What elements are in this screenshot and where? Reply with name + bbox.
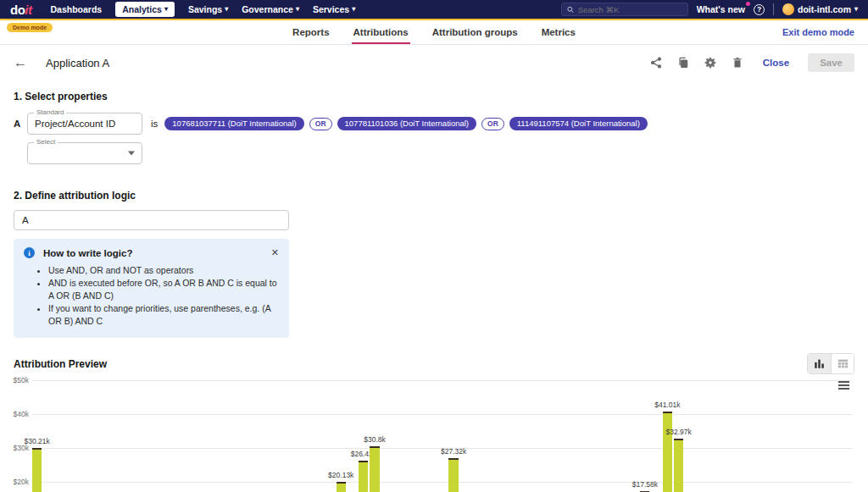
value-chips: 107681037711 (DoiT International) OR 107… (164, 117, 648, 130)
chevron-down-icon: ▾ (296, 6, 299, 13)
bar-slot: $746.62 (843, 379, 852, 492)
close-button[interactable]: Close (763, 58, 789, 68)
row-letter: A (14, 119, 27, 129)
avatar (782, 3, 794, 15)
bar-slot (179, 379, 188, 492)
tab-attribution-groups[interactable]: Attribution groups (432, 20, 518, 44)
tab-reports[interactable]: Reports (292, 20, 329, 44)
bar-slot: $11.34k (730, 379, 739, 492)
chart-view-button[interactable] (808, 354, 831, 373)
bar-slot: $8.91k (291, 379, 300, 492)
bar-slot: $11.04k (764, 379, 773, 492)
value-chip[interactable]: 111491107574 (DoiT International) (509, 117, 648, 130)
bar-slot (561, 379, 570, 492)
bar-slot (66, 379, 75, 492)
bar-slot (606, 379, 615, 492)
bar-slot: $11.06k (573, 379, 582, 492)
bar-slot (787, 379, 796, 492)
trash-icon (732, 57, 743, 69)
attribution-logic-title: 2. Define attribution logic (14, 190, 854, 202)
or-pill[interactable]: OR (481, 118, 504, 130)
whats-new-link[interactable]: What's new (697, 4, 745, 14)
bar-slot (742, 379, 751, 492)
delete-button[interactable] (731, 56, 744, 69)
value-chip[interactable]: 107681037711 (DoiT International) (164, 117, 303, 130)
bar-slot: $9.58k (426, 379, 436, 492)
nav-item-services[interactable]: Services▾ (313, 4, 355, 14)
nav-item-dashboards[interactable]: Dashboards (51, 4, 103, 14)
property-row-a: A Standard Project/Account ID is 1076810… (14, 113, 854, 135)
bar-slot: $10.4k (314, 379, 323, 492)
attribution-preview-chart: $50k$40k$30k$20k$10k $30.21k$7.98k$8.35k… (14, 379, 854, 492)
dimension-field[interactable]: Standard Project/Account ID (27, 113, 142, 135)
select-properties-section: 1. Select properties A Standard Project/… (14, 91, 854, 164)
bar-slot (224, 379, 233, 492)
bar-slot: $32.97k (674, 379, 683, 492)
help-title: How to write logic? (43, 248, 270, 258)
chart-plot: $30.21k$7.98k$8.35k$8.99k$9.14k$7.91k$9.… (32, 379, 853, 492)
bar-slot: $12.14k (482, 379, 492, 492)
notification-dot (746, 2, 750, 6)
bar-slot (88, 379, 97, 492)
logo-do: do (10, 3, 25, 17)
nav-item-analytics[interactable]: Analytics▾ (115, 2, 175, 17)
copy-icon (677, 57, 689, 69)
close-icon[interactable]: ✕ (270, 247, 281, 258)
search-input[interactable] (578, 5, 682, 14)
bar-slot (505, 379, 515, 492)
bar-slot (471, 379, 481, 492)
bar-slot: $8.35k (77, 379, 86, 492)
doit-logo[interactable]: doit (10, 3, 32, 17)
bar-slot (494, 379, 504, 492)
bar-slot: $7.91k (145, 379, 154, 492)
help-icon[interactable]: ? (754, 4, 765, 15)
or-pill[interactable]: OR (309, 118, 332, 130)
attribution-preview-title: Attribution Preview (14, 358, 107, 370)
add-dimension-select[interactable]: Select (27, 142, 142, 164)
bar-slot: $11.11k (798, 379, 807, 492)
bar-slot: $11.94k (516, 379, 526, 492)
analytics-tabbar: Reports Attributions Attribution groups … (0, 20, 868, 45)
bar-slot (415, 379, 425, 492)
chart-y-axis: $50k$40k$30k$20k$10k (14, 379, 31, 492)
bar-slot: $9.83k (719, 379, 728, 492)
help-bullet-list: Use AND, OR and NOT as operators AND is … (48, 264, 281, 328)
tab-attributions[interactable]: Attributions (353, 20, 409, 44)
chart-menu-icon[interactable] (838, 381, 849, 391)
dimension-field-label: Standard (34, 109, 66, 116)
bar (370, 446, 379, 492)
save-button[interactable]: Save (808, 53, 854, 72)
table-view-button[interactable] (831, 354, 854, 373)
bar-slot: $10.94k (392, 379, 402, 492)
bar-slot (527, 379, 537, 492)
bar-slot (809, 379, 818, 492)
nav-item-savings[interactable]: Savings▾ (188, 4, 228, 14)
back-arrow-icon[interactable]: ← (14, 55, 27, 70)
bar-slot: $9.58k (348, 379, 357, 492)
page-title: Application A (46, 57, 109, 69)
bar-slot: $11.51k (685, 379, 694, 492)
logic-input[interactable]: A (14, 210, 289, 230)
gear-icon (704, 57, 716, 69)
bar-slot: $11.29k (460, 379, 470, 492)
bars-container: $30.21k$7.98k$8.35k$8.99k$9.14k$7.91k$9.… (32, 379, 853, 492)
bar (359, 461, 368, 492)
duplicate-button[interactable] (676, 56, 690, 69)
bar-slot: $30.21k (32, 379, 42, 492)
view-toggle (807, 353, 854, 374)
tab-metrics[interactable]: Metrics (542, 20, 576, 44)
nav-item-governance[interactable]: Governance▾ (242, 4, 299, 14)
account-menu[interactable]: doit-intl.com ▾ (782, 3, 858, 15)
bar-slot: $9.6k (776, 379, 785, 492)
table-icon (837, 358, 849, 369)
settings-button[interactable] (704, 56, 717, 69)
bar-slot: $11.8k (595, 379, 604, 492)
help-bullet: Use AND, OR and NOT as operators (48, 264, 281, 277)
search-icon (567, 6, 574, 14)
share-button[interactable] (649, 56, 663, 69)
value-chip[interactable]: 107781101036 (DoiT International) (337, 117, 476, 130)
y-axis-tick-label: $50k (14, 376, 29, 384)
search-box[interactable] (561, 3, 688, 16)
bar-slot (111, 379, 120, 492)
exit-demo-mode-link[interactable]: Exit demo mode (782, 20, 854, 44)
